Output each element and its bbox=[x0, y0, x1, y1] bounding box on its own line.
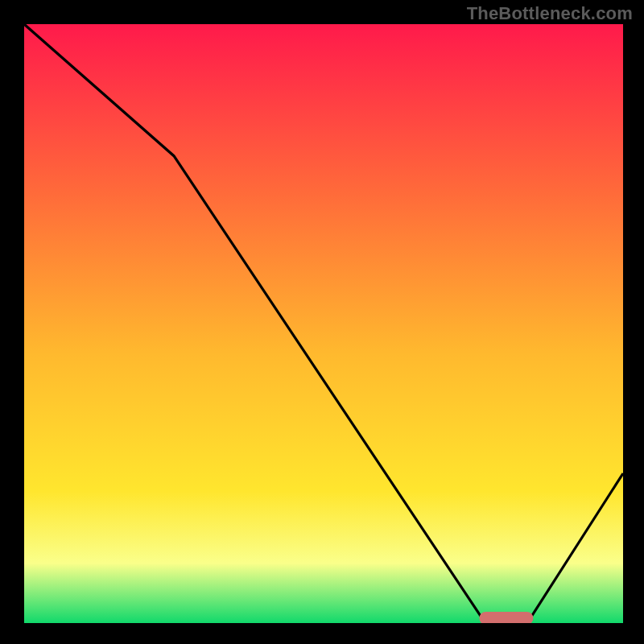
chart-container: TheBottleneck.com bbox=[0, 0, 644, 644]
bottleneck-chart bbox=[24, 24, 623, 623]
plot-area bbox=[24, 24, 623, 623]
gradient-background bbox=[24, 24, 623, 623]
attribution-label: TheBottleneck.com bbox=[467, 3, 633, 24]
optimal-range-marker bbox=[479, 612, 533, 623]
